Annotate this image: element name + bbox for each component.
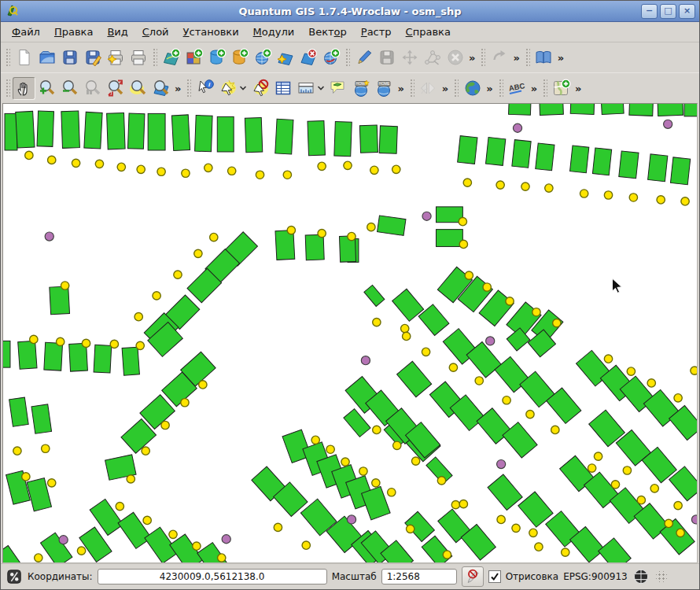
offline-sync-button[interactable] [417, 77, 440, 100]
toolbar-handle[interactable] [498, 78, 503, 98]
help-contents-button[interactable] [532, 46, 555, 69]
point-feature-yellow [210, 233, 218, 241]
toolbar-overflow-button[interactable]: » [529, 83, 540, 94]
menu-item-8[interactable]: Справка [400, 24, 457, 40]
zoom-selection-button[interactable] [127, 77, 149, 100]
toolbar-handle[interactable] [453, 78, 459, 98]
point-feature-yellow [348, 232, 356, 240]
point-feature-yellow [142, 447, 149, 455]
labels-button[interactable]: ABC [506, 77, 529, 100]
menu-item-1[interactable]: Правка [48, 24, 99, 40]
menu-item-6[interactable]: Вектор [302, 24, 353, 40]
toolbar-handle[interactable] [409, 78, 414, 98]
toolbar-handle[interactable] [480, 47, 485, 68]
zoom-layer-icon [152, 79, 171, 98]
building-feature [599, 538, 632, 562]
deselect-button[interactable] [249, 77, 271, 100]
crs-status-button[interactable] [632, 568, 650, 585]
toolbar-handle[interactable] [5, 47, 10, 68]
attribute-table-button[interactable] [271, 77, 294, 100]
resize-grip[interactable] [656, 571, 667, 582]
map-tips-button[interactable] [326, 77, 349, 100]
toggle-editing-button[interactable] [352, 46, 375, 69]
file-new-button[interactable] [13, 46, 35, 69]
add-wfs-layer-button[interactable] [319, 46, 342, 69]
menu-item-0[interactable]: Файл [6, 24, 46, 40]
toolbar-overflow-button[interactable]: » [440, 83, 451, 94]
render-checkbox[interactable] [488, 570, 501, 583]
offline-sync-icon [418, 79, 437, 98]
toolbar-overflow-button[interactable]: » [466, 52, 477, 64]
coords-input[interactable] [98, 569, 327, 584]
undo-button[interactable] [488, 46, 510, 69]
add-wms-layer-button[interactable] [251, 46, 274, 69]
new-shapefile-layer-button[interactable] [274, 46, 297, 69]
web-globe-button[interactable] [461, 77, 484, 100]
save-edits-button[interactable] [375, 46, 398, 69]
select-features-button[interactable] [216, 77, 239, 100]
point-feature-yellow [174, 271, 182, 278]
building-feature [16, 111, 35, 148]
toolbar-overflow-button[interactable]: » [510, 52, 521, 64]
toolbar-overflow-button[interactable]: » [395, 83, 406, 94]
toolbar-handle[interactable] [152, 47, 157, 68]
toolbar-handle[interactable] [525, 47, 530, 68]
menu-item-5[interactable]: Модули [247, 24, 301, 40]
save-button[interactable] [58, 46, 81, 69]
titlebar[interactable]: Quantum GIS 1.7.4-Wroclaw - osm_shp −□× [1, 1, 699, 22]
map-canvas[interactable] [2, 103, 698, 563]
menu-item-3[interactable]: Слой [136, 24, 175, 40]
stop-render-button[interactable] [462, 566, 484, 587]
composer-new-button[interactable] [104, 46, 127, 69]
chevron-down-icon[interactable] [317, 79, 326, 98]
measure-button[interactable] [294, 77, 317, 100]
minimize-button[interactable]: − [641, 4, 658, 19]
add-spatialite-layer-button[interactable] [228, 46, 251, 69]
zoom-out-button[interactable] [58, 77, 81, 100]
node-tool-button[interactable] [421, 46, 444, 69]
identify-button[interactable]: i [193, 77, 216, 100]
chevron-down-icon[interactable] [239, 79, 249, 98]
bookmark-show-button[interactable]: HOME [372, 77, 395, 100]
maximize-button[interactable]: □ [660, 4, 676, 19]
toolbar-handle[interactable] [5, 78, 10, 98]
render-label: Отрисовка [506, 571, 558, 582]
zoom-native-button[interactable] [81, 77, 104, 100]
toolbar-overflow-button[interactable]: » [172, 83, 183, 94]
add-vector-layer-button[interactable] [160, 46, 182, 69]
point-feature-yellow [194, 249, 202, 257]
menu-item-7[interactable]: Растр [355, 24, 398, 40]
delete-selected-button[interactable] [444, 46, 466, 69]
osm-add-button[interactable] [550, 77, 573, 100]
scale-input[interactable] [381, 569, 457, 584]
save-as-button[interactable] [81, 46, 104, 69]
point-feature-yellow [629, 194, 637, 201]
zoom-full-button[interactable] [104, 77, 127, 100]
pan-button[interactable] [13, 77, 35, 100]
add-postgis-layer-button[interactable] [205, 46, 228, 69]
zoom-layer-button[interactable] [149, 77, 172, 100]
toolbar-handle[interactable] [186, 78, 191, 98]
toolbar-overflow-button[interactable]: » [484, 83, 495, 94]
folder-open-button[interactable] [35, 46, 58, 69]
add-raster-layer-button[interactable] [182, 46, 205, 69]
menu-item-4[interactable]: Установки [177, 24, 245, 40]
building-feature [128, 113, 145, 149]
toolbar-overflow-button[interactable]: » [555, 52, 566, 64]
check-icon [490, 572, 499, 581]
composer-manager-button[interactable] [127, 46, 149, 69]
menu-item-2[interactable]: Вид [101, 24, 134, 40]
toolbar-overflow-button[interactable]: » [573, 83, 584, 94]
point-feature-yellow [674, 394, 682, 402]
close-button[interactable]: × [679, 4, 695, 19]
select-features-icon [219, 79, 238, 98]
move-feature-button[interactable] [398, 46, 421, 69]
qgis-logo-icon [4, 3, 20, 19]
bookmark-new-button[interactable]: HOME [349, 77, 372, 100]
point-feature-yellow [551, 426, 559, 433]
extents-toggle-button[interactable] [6, 568, 23, 585]
zoom-in-button[interactable] [35, 77, 58, 100]
toolbar-handle[interactable] [344, 47, 350, 68]
toolbar-handle[interactable] [542, 78, 547, 98]
remove-layer-button[interactable] [297, 46, 319, 69]
